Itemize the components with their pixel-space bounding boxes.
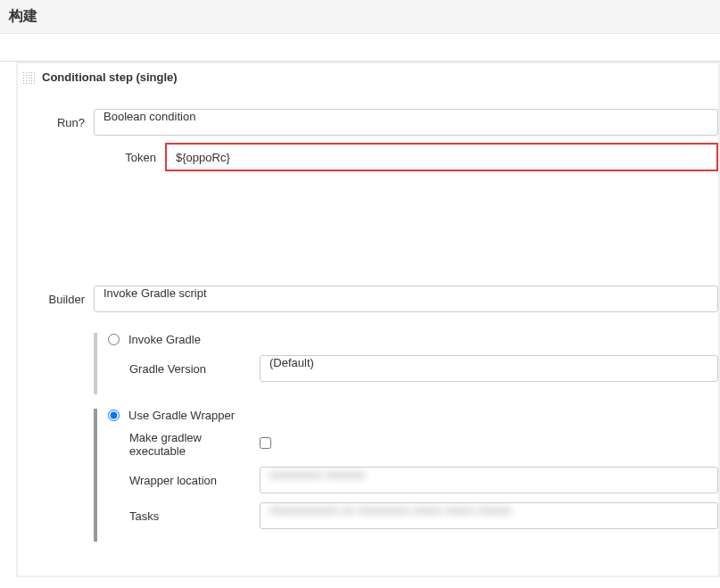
section-title: 构建	[9, 8, 37, 23]
builder-select-value: Invoke Gradle script	[103, 286, 207, 300]
content-wrapper: Conditional step (single) Run? Boolean c…	[0, 61, 720, 577]
wrapper-location-row: Wrapper location xxxxxxxxx xxxxxxx	[108, 467, 718, 493]
run-select-value: Boolean condition	[103, 110, 195, 123]
token-label: Token	[94, 151, 165, 164]
run-label: Run?	[18, 116, 94, 129]
conditional-step-block: Conditional step (single) Run? Boolean c…	[16, 62, 720, 577]
tasks-row: Tasks xxxxxxxxxxxx xx xxxxxxxxx xxxxx xx…	[108, 502, 718, 529]
wrapper-location-label: Wrapper location	[108, 474, 260, 487]
step-header: Conditional step (single)	[18, 63, 718, 91]
builder-select[interactable]: Invoke Gradle script	[94, 286, 718, 312]
gradle-version-value: (Default)	[269, 356, 314, 369]
tasks-input[interactable]: xxxxxxxxxxxx xx xxxxxxxxx xxxxx xxxxx xx…	[260, 502, 718, 529]
gradle-version-label: Gradle Version	[108, 362, 260, 376]
builder-label: Builder	[18, 293, 94, 306]
wrapper-location-input[interactable]: xxxxxxxxx xxxxxxx	[260, 467, 718, 493]
builder-row: Builder Invoke Gradle script	[18, 286, 718, 312]
gradle-version-row: Gradle Version (Default)	[108, 355, 718, 382]
token-input[interactable]	[165, 143, 718, 171]
run-select[interactable]: Boolean condition	[94, 109, 718, 136]
run-row: Run? Boolean condition	[18, 109, 718, 136]
tasks-label: Tasks	[108, 509, 260, 523]
invoke-gradle-radio[interactable]	[108, 334, 120, 345]
wrapper-location-value: xxxxxxxxx xxxxxxx	[269, 468, 366, 481]
drag-handle-icon[interactable]	[22, 71, 35, 84]
section-header: 构建	[0, 0, 720, 34]
radio-bar-icon	[94, 333, 97, 394]
make-exec-checkbox[interactable]	[260, 437, 271, 449]
tasks-value: xxxxxxxxxxxx xx xxxxxxxxx xxxxx xxxxx xx…	[269, 503, 512, 517]
make-exec-row: Make gradlew executable	[108, 431, 718, 458]
step-body: Run? Boolean condition Token Builder	[18, 91, 718, 576]
use-wrapper-label: Use Gradle Wrapper	[128, 409, 235, 422]
use-wrapper-option: Use Gradle Wrapper Make gradlew executab…	[94, 402, 718, 549]
use-wrapper-radio[interactable]	[108, 410, 120, 421]
gradle-radio-group: Invoke Gradle Gradle Version (Default)	[94, 326, 718, 549]
invoke-gradle-label: Invoke Gradle	[128, 333, 201, 346]
token-row: Token	[18, 143, 718, 171]
invoke-gradle-option: Invoke Gradle Gradle Version (Default)	[94, 326, 718, 402]
radio-bar-icon	[94, 409, 97, 542]
make-exec-label: Make gradlew executable	[108, 431, 260, 458]
step-title: Conditional step (single)	[42, 70, 178, 84]
gradle-version-select[interactable]: (Default)	[260, 355, 718, 382]
